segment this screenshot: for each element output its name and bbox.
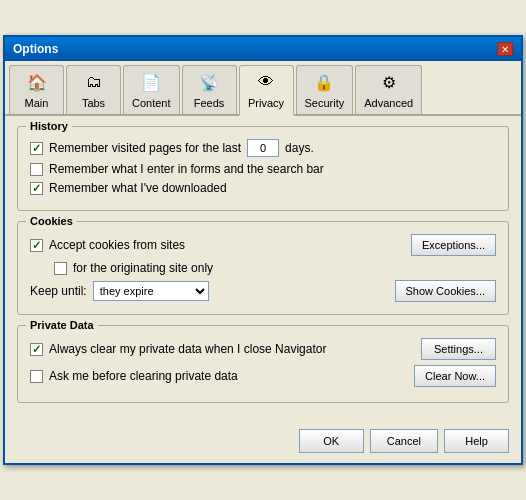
accept-cookies-checkbox[interactable] (30, 239, 43, 252)
ask-before-row: Ask me before clearing private data Clea… (30, 365, 496, 387)
cookies-content: Accept cookies from sites Exceptions... … (30, 234, 496, 302)
visited-pages-row: Remember visited pages for the last days… (30, 139, 496, 157)
keep-label: Keep until: (30, 284, 87, 298)
ok-button[interactable]: OK (299, 429, 364, 453)
originating-row: for the originating site only (54, 261, 496, 275)
private-data-title: Private Data (26, 319, 98, 331)
tabs-icon: 🗂 (82, 70, 106, 94)
accept-cookies-label: Accept cookies from sites (49, 238, 185, 252)
main-icon: 🏠 (25, 70, 49, 94)
keep-left: Keep until: they expire I close Navigato… (30, 281, 209, 301)
settings-button[interactable]: Settings... (421, 338, 496, 360)
private-data-group: Private Data Always clear my private dat… (17, 325, 509, 403)
security-icon: 🔒 (312, 70, 336, 94)
keep-until-select[interactable]: they expire I close Navigator ask me eve… (93, 281, 209, 301)
accept-cookies-row: Accept cookies from sites Exceptions... (30, 234, 496, 256)
tab-tabs-label: Tabs (82, 97, 105, 109)
tab-tabs[interactable]: 🗂 Tabs (66, 65, 121, 114)
tab-feeds-label: Feeds (194, 97, 225, 109)
tab-content-area: History Remember visited pages for the l… (5, 116, 521, 423)
keep-until-row: Keep until: they expire I close Navigato… (30, 280, 496, 302)
visited-pages-checkbox[interactable] (30, 142, 43, 155)
tab-main[interactable]: 🏠 Main (9, 65, 64, 114)
originating-checkbox[interactable] (54, 262, 67, 275)
title-bar: Options ✕ (5, 37, 521, 61)
accept-left: Accept cookies from sites (30, 238, 185, 252)
history-group: History Remember visited pages for the l… (17, 126, 509, 211)
tab-main-label: Main (25, 97, 49, 109)
days-unit: days. (285, 141, 314, 155)
exceptions-button[interactable]: Exceptions... (411, 234, 496, 256)
visited-pages-label: Remember visited pages for the last (49, 141, 241, 155)
always-clear-checkbox[interactable] (30, 343, 43, 356)
forms-label: Remember what I enter in forms and the s… (49, 162, 324, 176)
always-clear-left: Always clear my private data when I clos… (30, 342, 326, 356)
cookies-group: Cookies Accept cookies from sites Except… (17, 221, 509, 315)
close-button[interactable]: ✕ (497, 42, 513, 56)
advanced-icon: ⚙ (377, 70, 401, 94)
always-clear-row: Always clear my private data when I clos… (30, 338, 496, 360)
tab-privacy-label: Privacy (248, 97, 284, 109)
ask-before-left: Ask me before clearing private data (30, 369, 238, 383)
ask-before-checkbox[interactable] (30, 370, 43, 383)
forms-checkbox[interactable] (30, 163, 43, 176)
forms-row: Remember what I enter in forms and the s… (30, 162, 496, 176)
privacy-icon: 👁 (254, 70, 278, 94)
show-cookies-button[interactable]: Show Cookies... (395, 280, 496, 302)
help-button[interactable]: Help (444, 429, 509, 453)
history-title: History (26, 120, 72, 132)
clear-now-button[interactable]: Clear Now... (414, 365, 496, 387)
tab-privacy[interactable]: 👁 Privacy (239, 65, 294, 116)
private-data-content: Always clear my private data when I clos… (30, 338, 496, 387)
downloads-checkbox[interactable] (30, 182, 43, 195)
tab-feeds[interactable]: 📡 Feeds (182, 65, 237, 114)
content-icon: 📄 (139, 70, 163, 94)
feeds-icon: 📡 (197, 70, 221, 94)
downloads-label: Remember what I've downloaded (49, 181, 227, 195)
cancel-button[interactable]: Cancel (370, 429, 438, 453)
always-clear-label: Always clear my private data when I clos… (49, 342, 326, 356)
days-input[interactable] (247, 139, 279, 157)
tab-advanced[interactable]: ⚙ Advanced (355, 65, 422, 114)
tab-security-label: Security (305, 97, 345, 109)
tab-content-label: Content (132, 97, 171, 109)
ask-before-label: Ask me before clearing private data (49, 369, 238, 383)
tab-security[interactable]: 🔒 Security (296, 65, 354, 114)
originating-label: for the originating site only (73, 261, 213, 275)
tab-advanced-label: Advanced (364, 97, 413, 109)
cookies-title: Cookies (26, 215, 77, 227)
downloads-row: Remember what I've downloaded (30, 181, 496, 195)
history-content: Remember visited pages for the last days… (30, 139, 496, 195)
bottom-button-bar: OK Cancel Help (5, 423, 521, 463)
tab-bar: 🏠 Main 🗂 Tabs 📄 Content 📡 Feeds 👁 Privac… (5, 61, 521, 116)
window-title: Options (13, 42, 58, 56)
options-window: Options ✕ 🏠 Main 🗂 Tabs 📄 Content 📡 Feed… (3, 35, 523, 465)
tab-content[interactable]: 📄 Content (123, 65, 180, 114)
